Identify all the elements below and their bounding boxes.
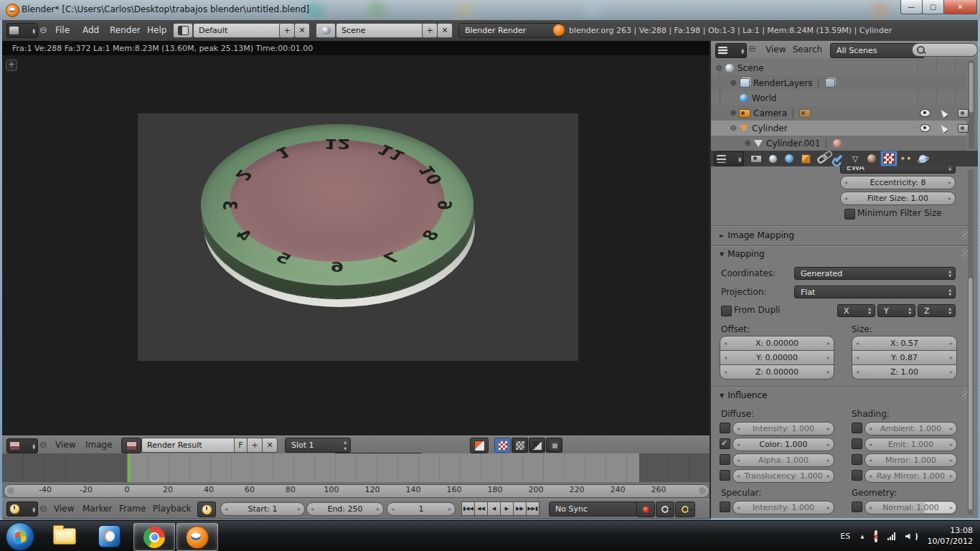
shading-ambient-slider[interactable]: Ambient: 1.000 (864, 422, 957, 435)
expand-icon[interactable]: ⊕ (743, 138, 753, 148)
draw-channel-alpha-icon[interactable] (529, 438, 545, 453)
influence-panel-header[interactable]: ▼ Influence (720, 390, 767, 400)
shading-mirror-slider[interactable]: Mirror: 1.000 (864, 453, 957, 467)
play-button[interactable]: ▶ (500, 501, 514, 516)
expand-icon[interactable]: ⊕ (728, 108, 738, 118)
draw-channel-color-icon[interactable] (494, 438, 511, 453)
collapse-menus-icon[interactable]: ⊖ (39, 504, 47, 513)
diffuse-intensity-checkbox[interactable] (720, 423, 730, 433)
jump-to-start-button[interactable]: ▮◀◀ (461, 501, 475, 516)
show-hidden-icons-chevron[interactable]: ▲ (860, 534, 864, 540)
axis-x-dropdown[interactable]: X (837, 304, 875, 317)
editor-type-selector[interactable]: ▲▼ (6, 501, 38, 517)
volume-icon[interactable] (905, 532, 918, 542)
jump-to-end-button[interactable]: ▶▶▮ (526, 501, 540, 516)
coordinates-dropdown[interactable]: Generated (794, 267, 956, 280)
previous-keyframe-button[interactable]: ◀◀ (474, 501, 488, 516)
tab-object-data[interactable]: ▽ (847, 151, 863, 166)
menu-add[interactable]: Add (83, 25, 99, 35)
diffuse-alpha-checkbox[interactable] (720, 454, 730, 465)
sync-mode-dropdown[interactable]: No Sync (549, 501, 645, 517)
renderability-toggle-camera-icon[interactable] (958, 109, 969, 118)
projection-dropdown[interactable]: Flat (794, 286, 956, 298)
specular-intensity-slider[interactable]: Intensity: 1.000 (732, 501, 834, 514)
axis-y-dropdown[interactable]: Y (877, 304, 915, 317)
tab-physics[interactable] (915, 151, 930, 166)
image-name-field[interactable]: Render Result (141, 438, 245, 453)
timeline-ruler[interactable]: -40 -20 0 20 40 60 80 100 120 140 160 18… (2, 482, 711, 499)
shading-raymirror-checkbox[interactable] (852, 470, 862, 481)
selectability-toggle-cursor-icon[interactable] (938, 123, 948, 133)
taskbar-explorer-button[interactable] (44, 523, 85, 550)
diffuse-translucency-slider[interactable]: Translucency: 1.000 (732, 469, 834, 483)
geometry-normal-slider[interactable]: Normal: 1.000 (864, 501, 957, 514)
offset-y-slider[interactable]: Y: 0.00000 (720, 351, 834, 365)
slot-dropdown[interactable]: Slot 1 (285, 438, 351, 453)
start-frame-slider[interactable]: Start: 1 (220, 502, 305, 516)
outliner-scrollbar[interactable] (969, 60, 974, 149)
size-y-slider[interactable]: Y: 0.87 (852, 351, 957, 365)
editor-type-selector[interactable]: ▲▼ (714, 151, 744, 166)
menu-image[interactable]: Image (85, 440, 113, 450)
size-z-slider[interactable]: Z: 1.00 (852, 365, 957, 380)
menu-render[interactable]: Render (110, 25, 141, 35)
keying-set-button[interactable] (656, 501, 674, 517)
properties-scrollbar[interactable] (968, 169, 974, 515)
selectability-toggle-cursor-icon[interactable] (938, 108, 948, 118)
offset-x-slider[interactable]: X: 0.00000 (720, 336, 834, 351)
collapse-menus-icon[interactable]: ⊖ (39, 25, 47, 34)
tab-material[interactable] (864, 151, 880, 166)
editor-type-selector[interactable]: ▲▼ (6, 23, 38, 38)
menu-marker[interactable]: Marker (83, 504, 112, 514)
playback-range-lock-button[interactable] (197, 501, 216, 517)
geometry-normal-checkbox[interactable] (852, 501, 862, 512)
minimize-button[interactable]: — (900, 0, 923, 14)
axis-z-dropdown[interactable]: Z (918, 304, 956, 317)
size-x-slider[interactable]: X: 0.57 (852, 336, 957, 351)
menu-file[interactable]: File (55, 25, 70, 35)
collapse-icon[interactable]: ⊖ (714, 63, 724, 72)
delete-layout-button[interactable]: ✕ (294, 23, 310, 38)
new-image-button[interactable]: + (247, 438, 263, 453)
expand-icon[interactable]: ⊕ (728, 78, 738, 88)
menu-help[interactable]: Help (147, 25, 166, 35)
add-scene-button[interactable]: + (422, 23, 438, 38)
shading-emit-slider[interactable]: Emit: 1.000 (864, 438, 957, 451)
from-dupli-checkbox[interactable] (721, 306, 732, 316)
screen-layout-browse-button[interactable] (173, 23, 193, 38)
render-engine-dropdown[interactable]: Blender Render (458, 23, 562, 38)
insert-keyframe-button[interactable] (675, 501, 695, 517)
filter-type-dropdown[interactable]: EWA (840, 166, 956, 174)
delete-scene-button[interactable]: ✕ (437, 23, 453, 38)
tab-scene[interactable] (765, 151, 781, 166)
next-keyframe-button[interactable]: ▶▶ (513, 501, 527, 516)
timeline-playhead[interactable] (128, 453, 130, 482)
diffuse-color-slider[interactable]: Color: 1.000 (732, 438, 834, 451)
tab-constraints[interactable] (814, 151, 830, 166)
taskbar-blender-button[interactable] (176, 523, 218, 551)
mapping-panel-header[interactable]: ▼ Mapping (720, 249, 765, 259)
tab-world[interactable] (781, 151, 797, 166)
draw-channel-color-alpha-icon[interactable] (512, 438, 528, 453)
screen-layout-name-field[interactable]: Default (193, 23, 289, 38)
collapse-menus-icon[interactable]: ⊖ (748, 44, 756, 53)
collapse-menus-icon[interactable]: ⊖ (39, 440, 47, 449)
add-layout-button[interactable]: + (279, 23, 295, 38)
minimum-filter-size-checkbox[interactable] (844, 209, 855, 220)
editor-type-selector[interactable]: ▲▼ (715, 43, 747, 58)
draw-channel-zbuffer-icon[interactable] (546, 438, 562, 453)
image-mapping-panel-header[interactable]: ► Image Mapping (720, 230, 794, 240)
renderability-toggle-camera-icon[interactable] (958, 124, 969, 133)
image-browse-button[interactable] (121, 438, 141, 453)
menu-search[interactable]: Search (793, 44, 822, 55)
signal-strength-icon[interactable] (887, 532, 895, 540)
editor-type-selector[interactable]: ▲▼ (6, 438, 38, 453)
timeline-scrollbar[interactable] (4, 484, 710, 498)
tray-clock[interactable]: 13:08 10/07/2012 (928, 526, 973, 547)
region-expand-icon[interactable]: + (6, 60, 17, 71)
tab-particles[interactable]: ✦✦ (898, 151, 914, 166)
record-button[interactable] (636, 501, 655, 517)
language-indicator[interactable]: ES (840, 532, 850, 541)
outliner-search-input[interactable] (912, 43, 978, 57)
tab-render[interactable] (748, 151, 764, 166)
